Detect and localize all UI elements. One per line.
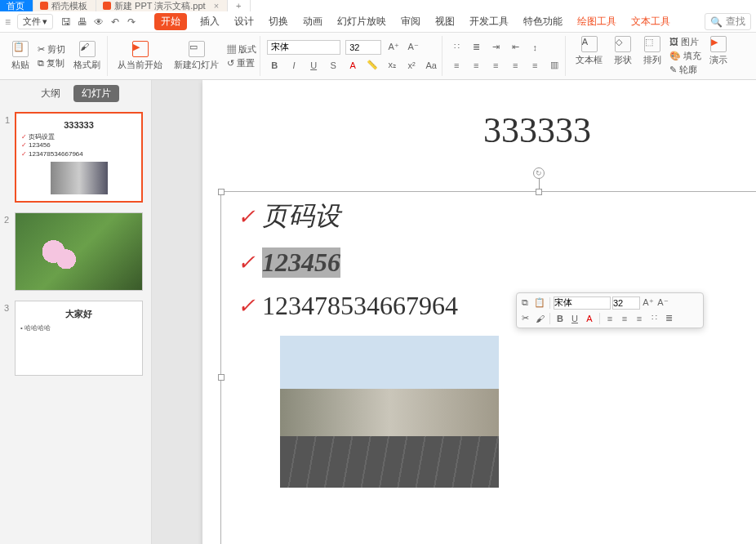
copy-button[interactable]: ⧉ 复制 (38, 57, 65, 69)
reset-button[interactable]: ↺ 重置 (227, 57, 256, 69)
bold-button[interactable]: B (267, 58, 282, 73)
ribbon-tab-drawtools[interactable]: 绘图工具 (576, 13, 618, 30)
font-size-select[interactable] (345, 40, 381, 55)
bullet-line-1[interactable]: ✓ 页码设 (221, 192, 756, 241)
menu-icon[interactable]: ≡ (5, 16, 11, 28)
close-icon[interactable]: × (214, 1, 219, 11)
tab-home[interactable]: 首页 (0, 0, 33, 11)
ribbon-tab-insert[interactable]: 插入 (198, 13, 221, 30)
align-left-button[interactable]: ≡ (449, 58, 464, 73)
italic-button[interactable]: I (287, 58, 301, 73)
ribbon-tab-view[interactable]: 视图 (434, 13, 456, 30)
mini-font-select[interactable] (554, 297, 611, 310)
picture-button[interactable]: 🖼 图片 (669, 36, 701, 48)
slides-tab[interactable]: 幻灯片 (73, 85, 119, 102)
decrease-font-button[interactable]: A⁻ (406, 40, 420, 55)
align-right-button[interactable]: ≡ (488, 58, 503, 73)
slide-image[interactable] (280, 336, 499, 488)
numbering-button[interactable]: ≣ (469, 40, 483, 55)
ribbon-tab-design[interactable]: 设计 (233, 13, 256, 30)
resize-handle[interactable] (218, 189, 225, 195)
preview-icon[interactable]: 👁 (92, 16, 105, 29)
save-icon[interactable]: 🖫 (60, 16, 73, 29)
content-textbox[interactable]: ↻ ✓ 页码设 ✓ 123456 ✓ 123 (220, 191, 756, 544)
new-tab-button[interactable]: + (228, 0, 250, 11)
ribbon-tab-devtools[interactable]: 开发工具 (468, 13, 510, 30)
change-case-button[interactable]: Aa (424, 58, 438, 73)
mini-font-color-button[interactable]: A (583, 312, 596, 325)
align-center-button[interactable]: ≡ (469, 58, 483, 73)
mini-paste-button[interactable]: 📋 (533, 297, 546, 310)
mini-format-painter[interactable]: 🖌 (533, 312, 546, 325)
font-name-select[interactable] (267, 40, 340, 55)
decrease-indent-button[interactable]: ⇤ (508, 40, 523, 55)
mini-align-right[interactable]: ≡ (633, 312, 646, 325)
mini-grow-font[interactable]: A⁺ (642, 297, 655, 310)
bullets-button[interactable]: ∷ (449, 40, 464, 55)
ribbon-tab-features[interactable]: 特色功能 (522, 13, 564, 30)
mini-align-center[interactable]: ≡ (618, 312, 631, 325)
ribbon-tab-texttools[interactable]: 文本工具 (629, 13, 672, 30)
strike-button[interactable]: S (326, 58, 340, 73)
format-painter-button[interactable]: 🖌格式刷 (70, 41, 104, 71)
slide-thumb-3[interactable]: 3 大家好 • 哈哈哈哈 (15, 301, 143, 376)
mini-copy-button[interactable]: ⧉ (518, 297, 531, 310)
dropdown-icon: ▾ (42, 16, 47, 27)
justify-button[interactable]: ≡ (508, 58, 523, 73)
shape-button[interactable]: ◇形状 (611, 36, 635, 76)
underline-button[interactable]: U (306, 58, 321, 73)
resize-handle[interactable] (218, 374, 225, 381)
font-color-button[interactable]: A (345, 58, 360, 73)
file-menu[interactable]: 文件 ▾ (17, 14, 53, 29)
bullet-text-selected[interactable]: 123456 (262, 247, 340, 278)
highlight-button[interactable]: 📏 (365, 58, 380, 73)
cut-button[interactable]: ✂ 剪切 (38, 43, 65, 56)
slideshow-button[interactable]: ▶演示 (706, 36, 731, 76)
increase-font-button[interactable]: A⁺ (386, 40, 401, 55)
outline-tab[interactable]: 大纲 (33, 85, 69, 102)
columns-button[interactable]: ▥ (547, 58, 562, 73)
ribbon-tab-transition[interactable]: 切换 (267, 13, 290, 30)
redo-icon[interactable]: ↷ (125, 16, 138, 29)
new-slide-button[interactable]: ▭新建幻灯片 (171, 41, 222, 71)
slide-title[interactable]: 333333 (202, 80, 756, 151)
ribbon-tab-animation[interactable]: 动画 (301, 13, 324, 30)
bullet-text[interactable]: 123478534667964 (262, 291, 458, 321)
mini-cut-button[interactable]: ✂ (518, 312, 531, 325)
textbox-button[interactable]: A文本框 (572, 36, 606, 76)
ribbon-tab-review[interactable]: 审阅 (399, 13, 422, 30)
from-current-button[interactable]: ▶从当前开始 (114, 41, 166, 71)
paste-button[interactable]: 📋粘贴 (8, 41, 33, 71)
slide-editor[interactable]: 333333 ↻ ✓ 页码设 ✓ 123456 (152, 80, 756, 544)
distribute-button[interactable]: ≡ (527, 58, 542, 73)
fill-button[interactable]: 🎨 填充 (669, 50, 701, 62)
search-box[interactable]: 🔍 查找 (705, 13, 751, 30)
outline-button[interactable]: ✎ 轮廓 (669, 64, 701, 76)
ribbon-tab-start[interactable]: 开始 (154, 13, 187, 30)
rotate-handle[interactable]: ↻ (533, 167, 545, 179)
arrange-button[interactable]: ⬚排列 (640, 36, 665, 76)
mini-size-select[interactable] (612, 297, 640, 310)
mini-align-left[interactable]: ≡ (603, 312, 616, 325)
mini-bold-button[interactable]: B (554, 312, 567, 325)
clear-format-button[interactable]: x₂ (385, 58, 399, 73)
print-icon[interactable]: 🖶 (76, 16, 89, 29)
undo-icon[interactable]: ↶ (109, 16, 122, 29)
bullet-line-2[interactable]: ✓ 123456 (221, 241, 756, 284)
tab-template[interactable]: 稻壳模板 (33, 0, 96, 11)
bullet-text[interactable]: 页码设 (262, 198, 340, 234)
mini-shrink-font[interactable]: A⁻ (656, 297, 669, 310)
line-spacing-button[interactable]: ↕ (527, 40, 542, 55)
case-button[interactable]: x² (404, 58, 419, 73)
layout-button[interactable]: ▦ 版式 (227, 43, 256, 56)
mini-numbering[interactable]: ≣ (662, 312, 675, 325)
ribbon-tab-slideshow[interactable]: 幻灯片放映 (336, 13, 388, 30)
slide-thumb-1[interactable]: 1 333333 页码设置 123456 123478534667964 (15, 112, 143, 203)
mini-underline-button[interactable]: U (568, 312, 581, 325)
tab-document[interactable]: 新建 PPT 演示文稿.ppt× (96, 0, 228, 11)
slide-panel: 大纲 幻灯片 1 333333 页码设置 123456 123478534667… (0, 80, 152, 544)
mini-bullets[interactable]: ∷ (647, 312, 660, 325)
slide-thumb-2[interactable]: 2 (15, 212, 143, 291)
resize-handle[interactable] (536, 189, 542, 195)
increase-indent-button[interactable]: ⇥ (488, 40, 503, 55)
